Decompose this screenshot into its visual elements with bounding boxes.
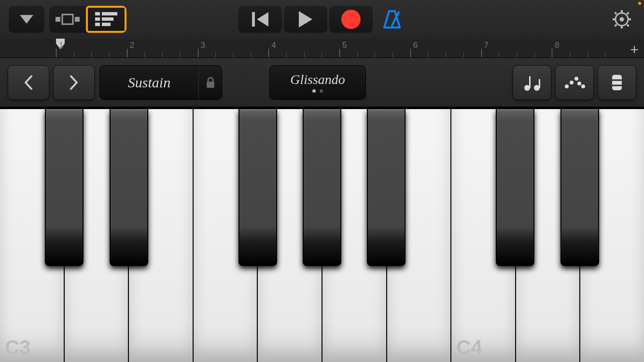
toolbar-right [608, 6, 635, 33]
ruler-bar-number: 2 [130, 41, 134, 50]
ruler-bar-number: 1 [59, 41, 63, 50]
top-toolbar [0, 0, 644, 39]
ruler-bar-number: 4 [271, 41, 276, 50]
svg-rect-18 [621, 26, 623, 28]
chevron-left-icon [24, 75, 33, 90]
chevron-right-icon [69, 75, 79, 90]
svg-rect-30 [539, 79, 540, 88]
add-track-button[interactable]: + [628, 42, 641, 58]
svg-point-35 [581, 84, 585, 88]
black-keys [0, 109, 644, 266]
svg-rect-3 [75, 17, 80, 22]
svg-rect-4 [95, 12, 100, 15]
gear-icon [612, 10, 631, 29]
status-dot-icon [638, 2, 641, 5]
ruler-bar-number: 5 [342, 41, 347, 50]
keyboard-layout-icon [611, 74, 623, 91]
timeline-ruler[interactable]: 12345678 + [0, 39, 644, 58]
svg-point-31 [565, 84, 569, 88]
svg-rect-10 [252, 12, 255, 27]
black-key[interactable] [45, 109, 84, 266]
svg-rect-20 [628, 18, 631, 20]
svg-marker-11 [257, 12, 268, 27]
black-key[interactable] [110, 109, 148, 266]
transport-controls [238, 6, 406, 33]
svg-rect-6 [95, 17, 100, 21]
octave-nav [8, 65, 95, 100]
settings-button[interactable] [608, 6, 635, 33]
black-key[interactable] [560, 109, 599, 266]
octave-up-button[interactable] [53, 65, 95, 100]
sustain-label: Sustain [100, 74, 198, 91]
svg-rect-36 [612, 75, 622, 90]
svg-marker-0 [20, 15, 33, 24]
glissando-page-dots [312, 89, 323, 93]
play-button[interactable] [284, 6, 327, 33]
svg-point-16 [620, 18, 623, 21]
octave-down-button[interactable] [8, 65, 49, 100]
keyboard-options [513, 65, 636, 100]
svg-point-13 [341, 10, 361, 29]
black-key[interactable] [238, 109, 277, 266]
metronome-button[interactable] [378, 6, 406, 33]
lock-icon [206, 77, 215, 88]
instrument-controls: Sustain Glissando [0, 58, 644, 107]
sustain-toggle[interactable]: Sustain [99, 65, 222, 100]
tracks-view-button[interactable] [86, 6, 126, 33]
tracks-icon [95, 12, 117, 27]
svg-rect-21 [614, 12, 617, 14]
go-to-start-button[interactable] [238, 6, 282, 33]
black-key[interactable] [367, 109, 406, 266]
black-key[interactable] [496, 109, 534, 266]
ruler-bar-number: 6 [413, 41, 418, 50]
svg-rect-19 [613, 18, 616, 20]
ruler-bar-number: 7 [484, 41, 489, 50]
svg-rect-17 [621, 10, 623, 13]
svg-point-34 [577, 82, 581, 85]
sustain-lock-button[interactable] [198, 66, 222, 99]
metronome-icon [382, 9, 402, 29]
page-dot-icon [312, 89, 316, 93]
svg-point-32 [570, 81, 574, 84]
black-key[interactable] [303, 109, 341, 266]
ruler-bar-number: 8 [555, 41, 559, 50]
sound-browser-button[interactable] [9, 6, 44, 33]
chevron-down-icon [20, 15, 33, 24]
svg-rect-5 [102, 12, 117, 15]
glissando-mode-button[interactable]: Glissando [269, 65, 366, 100]
svg-rect-28 [529, 76, 531, 88]
ruler-bar-number: 3 [201, 41, 205, 50]
svg-rect-7 [102, 17, 113, 21]
single-track-view-button[interactable] [49, 6, 86, 33]
svg-marker-12 [299, 11, 312, 28]
svg-rect-26 [207, 82, 214, 88]
svg-rect-23 [614, 24, 617, 27]
play-icon [299, 11, 312, 28]
piano-keyboard: C3C4 [0, 107, 644, 362]
scale-dots-icon [564, 77, 585, 88]
key-label: C4 [456, 336, 482, 359]
key-label: C3 [5, 336, 31, 359]
single-track-icon [56, 13, 80, 26]
glissando-label: Glissando [290, 72, 345, 87]
svg-rect-8 [95, 23, 100, 26]
svg-rect-24 [626, 24, 629, 27]
app-root: 12345678 + Sustain Glissando [0, 0, 644, 362]
record-icon [341, 10, 361, 29]
record-button[interactable] [329, 6, 373, 33]
notes-icon [522, 74, 542, 91]
svg-rect-9 [102, 23, 111, 26]
view-switcher [49, 6, 126, 33]
svg-point-33 [574, 77, 578, 81]
page-dot-icon [320, 89, 323, 93]
skip-back-icon [252, 12, 268, 27]
svg-rect-22 [626, 12, 629, 14]
svg-rect-2 [62, 14, 73, 24]
note-value-button[interactable] [513, 65, 551, 100]
svg-rect-1 [56, 17, 60, 22]
keyboard-layout-button[interactable] [598, 65, 636, 100]
scale-button[interactable] [555, 65, 594, 100]
